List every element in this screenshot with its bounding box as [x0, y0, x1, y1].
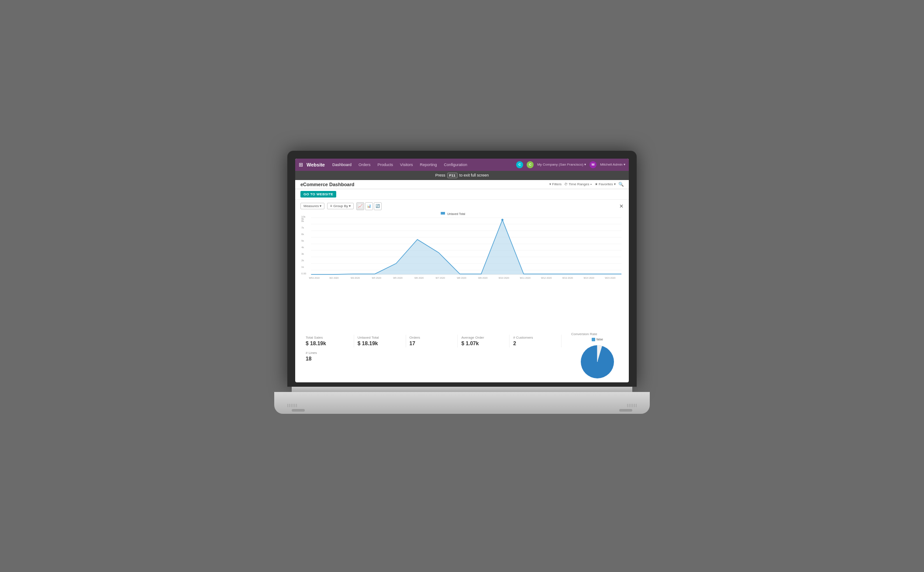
untaxed-total-label: Untaxed Total	[358, 336, 402, 340]
fullscreen-message: to exit full screen	[459, 173, 489, 177]
group-by-button[interactable]: ≡ Group By ▾	[327, 203, 354, 209]
svg-text:5k: 5k	[301, 239, 304, 242]
laptop-bottom	[274, 392, 650, 414]
nav-visitors[interactable]: Visitors	[399, 162, 414, 168]
svg-text:7k: 7k	[301, 226, 304, 229]
avg-order-label: Average Order	[461, 336, 506, 340]
total-sales-label: Total Sales	[306, 336, 350, 340]
svg-text:3k: 3k	[301, 252, 304, 255]
conversion-title: Conversion Rate	[571, 332, 597, 336]
stat-total-sales: Total Sales $ 18.19k	[306, 335, 354, 347]
brand-name: Website	[307, 162, 325, 167]
svg-text:W2 2020: W2 2020	[329, 276, 338, 279]
svg-text:W6 2020: W6 2020	[414, 276, 424, 279]
nav-dashboard[interactable]: Dashboard	[331, 162, 353, 168]
svg-text:W12 2020: W12 2020	[541, 276, 552, 279]
svg-text:W11 2020: W11 2020	[520, 276, 530, 279]
svg-text:0.00: 0.00	[301, 272, 307, 274]
svg-text:W7 2020: W7 2020	[436, 276, 445, 279]
nav-configuration[interactable]: Configuration	[442, 162, 469, 168]
svg-text:W15 2020: W15 2020	[605, 276, 615, 279]
nav-user-avatar: M	[590, 161, 596, 168]
go-to-website-button[interactable]: GO TO WEBSITE	[300, 191, 336, 198]
laptop-foot-left	[292, 409, 305, 412]
sub-nav-right: ▾ Filters ⏱ Time Ranges ▾ ★ Favorites ▾ …	[549, 182, 624, 187]
untaxed-total-value: $ 18.19k	[358, 340, 402, 347]
svg-marker-23	[311, 220, 621, 274]
nav-icon-1[interactable]: C	[516, 161, 523, 168]
pie-chart-btn[interactable]: 🔄	[374, 202, 382, 210]
svg-text:W5 2020: W5 2020	[393, 276, 402, 279]
nav-orders[interactable]: Orders	[357, 162, 372, 168]
svg-text:1k: 1k	[301, 265, 304, 268]
svg-text:6k: 6k	[301, 232, 304, 235]
fullscreen-press: Press	[435, 173, 445, 177]
svg-rect-0	[441, 212, 445, 215]
chart-type-buttons: 📈 📊 🔄	[356, 202, 382, 210]
stats-left: Total Sales $ 18.19k Untaxed Total $ 18.…	[300, 332, 567, 381]
svg-text:W3 2020: W3 2020	[351, 276, 360, 279]
stat-orders: Orders 17	[406, 335, 458, 347]
screen: ⊞ Website Dashboard Orders Products Visi…	[295, 159, 629, 382]
stat-customers: # Customers 2	[510, 335, 562, 347]
conversion-legend: false	[592, 338, 603, 341]
lines-label: # Lines	[306, 351, 558, 355]
svg-text:W10 2020: W10 2020	[499, 276, 509, 279]
stat-untaxed-total: Untaxed Total $ 18.19k	[354, 335, 406, 347]
nav-products[interactable]: Products	[376, 162, 395, 168]
laptop-foot-right	[619, 409, 632, 412]
chart-controls: Measures ▾ ≡ Group By ▾ 📈 📊 🔄 ✕	[295, 200, 629, 211]
laptop-feet	[274, 409, 650, 412]
orders-value: 17	[410, 340, 454, 347]
laptop-frame: ⊞ Website Dashboard Orders Products Visi…	[265, 151, 659, 422]
filters-btn[interactable]: ▾ Filters	[549, 182, 562, 186]
legend-label: false	[596, 338, 603, 341]
stat-lines: # Lines 18	[306, 350, 562, 363]
chart-area: Untaxed Total 0.00 1k 2k 3k 4k 5k 6k 7k …	[295, 211, 629, 331]
main-content: Measures ▾ ≡ Group By ▾ 📈 📊 🔄 ✕ Untaxed …	[295, 200, 629, 382]
svg-text:W4 2020: W4 2020	[372, 276, 381, 279]
conversion-rate-section: Conversion Rate false	[571, 332, 624, 381]
lines-value: 18	[306, 356, 558, 362]
stats-row-1: Total Sales $ 18.19k Untaxed Total $ 18.…	[300, 332, 567, 350]
nav-reporting[interactable]: Reporting	[418, 162, 438, 168]
sub-nav: eCommerce Dashboard ▾ Filters ⏱ Time Ran…	[295, 180, 629, 189]
svg-text:2k: 2k	[301, 259, 304, 261]
laptop-hinge	[292, 387, 632, 392]
nav-user[interactable]: Mitchell Admin ▾	[600, 163, 625, 166]
stats-area: Total Sales $ 18.19k Untaxed Total $ 18.…	[295, 331, 629, 382]
nav-links: Dashboard Orders Products Visitors Repor…	[331, 162, 469, 168]
fullscreen-notification: Press F11 to exit full screen	[295, 171, 629, 180]
grid-icon[interactable]: ⊞	[299, 162, 303, 168]
laptop-base	[265, 387, 659, 422]
expand-button[interactable]: ✕	[619, 203, 624, 209]
svg-text:Untaxed Total: Untaxed Total	[447, 212, 465, 215]
svg-text:W8 2020: W8 2020	[457, 276, 466, 279]
customers-label: # Customers	[513, 336, 558, 340]
legend-color-box	[592, 338, 595, 341]
speaker-right	[627, 404, 637, 407]
measures-button[interactable]: Measures ▾	[300, 203, 324, 209]
total-sales-value: $ 18.19k	[306, 340, 350, 347]
nav-company[interactable]: My Company (San Francisco) ▾	[537, 163, 586, 166]
svg-text:W13 2020: W13 2020	[562, 276, 573, 279]
svg-point-39	[501, 218, 503, 221]
svg-text:W14 2020: W14 2020	[583, 276, 594, 279]
stat-avg-order: Average Order $ 1.07k	[458, 335, 510, 347]
svg-text:4k: 4k	[301, 246, 304, 248]
customers-value: 2	[513, 340, 558, 347]
line-chart-btn[interactable]: 📈	[356, 202, 364, 210]
favorites-btn[interactable]: ★ Favorites ▾	[595, 182, 616, 186]
f11-key: F11	[447, 173, 458, 178]
search-icon[interactable]: 🔍	[618, 182, 624, 187]
svg-text:W53 2019: W53 2019	[309, 276, 319, 279]
action-bar: GO TO WEBSITE	[295, 189, 629, 200]
nav-bar: ⊞ Website Dashboard Orders Products Visi…	[295, 159, 629, 171]
page-title: eCommerce Dashboard	[300, 182, 355, 187]
nav-icon-2[interactable]: C	[527, 161, 534, 168]
speaker-left	[287, 404, 297, 407]
line-chart: Untaxed Total 0.00 1k 2k 3k 4k 5k 6k 7k …	[300, 211, 624, 281]
time-ranges-btn[interactable]: ⏱ Time Ranges ▾	[564, 182, 592, 186]
bar-chart-btn[interactable]: 📊	[365, 202, 373, 210]
nav-right: C C My Company (San Francisco) ▾ M Mitch…	[516, 161, 625, 168]
